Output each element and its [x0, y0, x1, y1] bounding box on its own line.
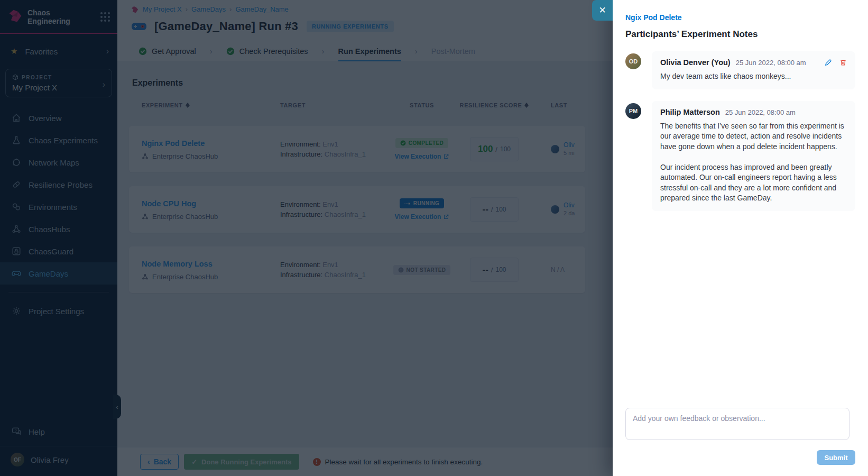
experiment-notes-drawer: ✕ Ngix Pod Delete Participants’ Experime…	[613, 0, 868, 476]
app-canvas: Chaos Engineering ★ Favorites › PROJECT …	[0, 0, 868, 476]
note-text: The benefits that I’ve seen so far from …	[660, 121, 847, 204]
drawer-experiment-link[interactable]: Ngix Pod Delete	[625, 13, 682, 22]
submit-button[interactable]: Submit	[817, 450, 855, 465]
modal-dim-overlay[interactable]	[0, 0, 613, 476]
delete-note-button[interactable]	[839, 59, 847, 66]
note-text: My dev team acts like chaos monkeys...	[660, 71, 847, 82]
note-author: Olivia Denver (You)	[660, 58, 731, 67]
note-author-avatar: OD	[625, 53, 641, 69]
trash-icon	[839, 59, 847, 66]
close-icon: ✕	[598, 5, 606, 16]
drawer-title: Participants’ Experiment Notes	[625, 29, 855, 40]
note-philip-matterson: PM Philip Matterson 25 Jun 2022, 08:00 a…	[613, 101, 868, 211]
drawer-header: Ngix Pod Delete Participants’ Experiment…	[613, 0, 868, 40]
edit-note-button[interactable]	[825, 59, 832, 66]
note-author-avatar: PM	[625, 103, 641, 119]
close-drawer-button[interactable]: ✕	[592, 0, 613, 21]
note-timestamp: 25 Jun 2022, 08:00 am	[736, 59, 825, 67]
feedback-input[interactable]	[625, 408, 849, 440]
notes-list: OD Olivia Denver (You) 25 Jun 2022, 08:0…	[613, 51, 868, 211]
note-olivia-denver: OD Olivia Denver (You) 25 Jun 2022, 08:0…	[613, 51, 868, 89]
pencil-icon	[825, 59, 832, 66]
note-timestamp: 25 Jun 2022, 08:00 am	[725, 108, 847, 116]
note-author: Philip Matterson	[660, 108, 720, 116]
